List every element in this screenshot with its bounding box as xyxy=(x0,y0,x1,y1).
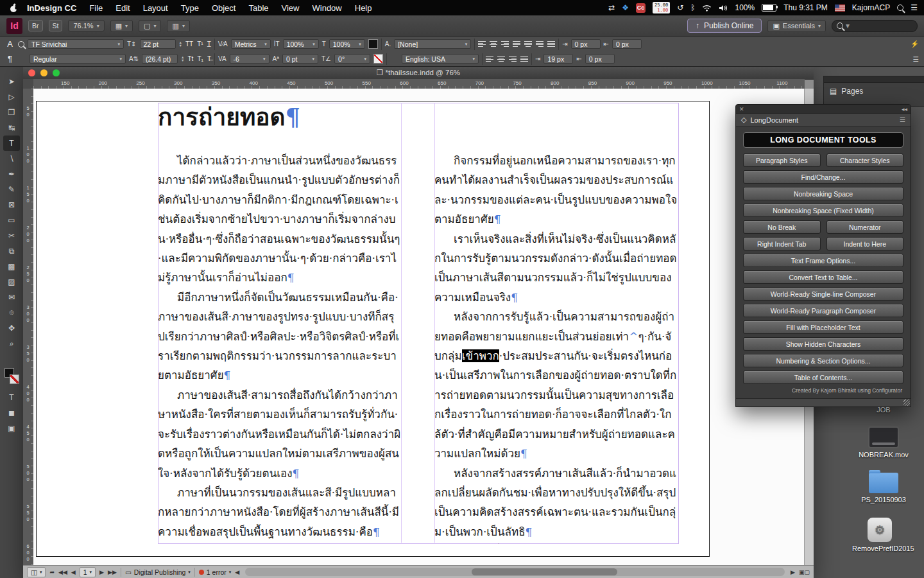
menubar-clock[interactable]: Thu 9:31 PM xyxy=(783,3,828,12)
page-number-field[interactable]: 1▾ xyxy=(80,567,96,577)
vertical-scale-field[interactable]: 100%▾ xyxy=(283,39,319,49)
no-break-button[interactable]: No Break xyxy=(743,220,821,234)
menu-edit[interactable]: Edit xyxy=(109,3,136,13)
case-button-t[interactable]: T₁ xyxy=(197,55,203,62)
menu-view[interactable]: View xyxy=(275,3,306,13)
indent-to-here-button[interactable]: Indent to Here xyxy=(826,237,904,250)
apple-menu[interactable] xyxy=(6,3,21,13)
menu-window[interactable]: Window xyxy=(306,3,348,13)
language-select[interactable]: English: USA▾ xyxy=(402,54,479,64)
next-page-button[interactable]: ▶ xyxy=(99,569,104,575)
menu-type[interactable]: Type xyxy=(175,3,205,13)
case-button-tt[interactable]: TT xyxy=(185,40,193,48)
panel-close-icon[interactable]: ✕ xyxy=(739,106,744,112)
menu-layout[interactable]: Layout xyxy=(137,3,175,13)
panel-collapse-icon[interactable]: ◂◂ xyxy=(902,106,907,112)
font-size-field[interactable]: 22 pt xyxy=(140,39,176,49)
indesign-logo[interactable]: Id xyxy=(6,18,22,34)
creative-cloud-icon[interactable]: Cc xyxy=(636,3,646,13)
font-size-stepper[interactable]: ▲▼ xyxy=(179,41,182,47)
numbering-section-options-button[interactable]: Numbering & Section Options... xyxy=(743,354,903,367)
align-justify-left-icon[interactable] xyxy=(513,41,520,47)
leading-stepper[interactable]: ▲▼ xyxy=(181,56,184,62)
right-indent-tab-button[interactable]: Right Indent Tab xyxy=(743,237,821,250)
gradient-feather-tool[interactable]: ▨ xyxy=(3,274,20,290)
page-tool[interactable]: ❐ xyxy=(3,105,20,120)
close-window-button[interactable] xyxy=(28,69,35,76)
publish-online-button[interactable]: ↑ Publish Online xyxy=(687,19,762,33)
battery-icon[interactable] xyxy=(762,4,776,12)
panel-flyout-menu-icon[interactable]: ☰ xyxy=(900,116,905,123)
align-right-icon[interactable] xyxy=(501,41,509,47)
input-language-flag-icon[interactable] xyxy=(835,4,845,12)
show-hidden-characters-button[interactable]: Show Hidden Characters xyxy=(743,337,903,351)
align-justify-center-icon[interactable] xyxy=(524,41,532,47)
free-transform-tool[interactable]: ⧉ xyxy=(3,243,20,259)
paragraph-formatting-mode-button[interactable]: ¶ xyxy=(5,54,15,64)
align-justify-right-icon[interactable] xyxy=(536,41,543,47)
font-family-select[interactable]: TF Srivichai▾ xyxy=(28,39,124,49)
ruler-horizontal[interactable]: 1502002503003504004505005506006507007508… xyxy=(33,79,805,89)
export-status-icon[interactable]: ➦ xyxy=(49,569,55,575)
screen-mode-select[interactable]: ▢▾ xyxy=(139,20,161,32)
zoom-select[interactable]: 76.1%▾ xyxy=(68,20,104,31)
split-window-button[interactable]: ▣▢ xyxy=(799,569,810,575)
nonbreaking-space-button[interactable]: Nonbreaking Space xyxy=(743,187,903,200)
line-tool[interactable]: ∖ xyxy=(3,151,20,166)
ruler-origin-box[interactable] xyxy=(23,79,34,89)
user-menu[interactable]: KajornACP xyxy=(852,3,890,12)
paragraph[interactable]: การถ่ายทอด·เป็นภาษาเส้นสีตามนวกรรม·ไม่ใช… xyxy=(158,541,401,544)
table-of-contents-button[interactable]: Table of Contents... xyxy=(743,371,903,384)
align-left-icon[interactable] xyxy=(486,56,493,62)
character-styles-button[interactable]: Character Styles xyxy=(826,153,904,167)
panel-header-bar[interactable]: ✕ ◂◂ xyxy=(736,105,911,114)
find-change-button[interactable]: Find/Change... xyxy=(743,170,903,184)
text-column-1[interactable]: ได้กล่าวแล้วว่า·ภาษาเป็นส่วนหนึ่งของวัฒน… xyxy=(158,151,401,544)
search-input[interactable]: ▾ xyxy=(832,20,918,32)
paragraph[interactable]: มีอีกภาษาหนึ่งก็จัดเป็นวัฒนธรรมเหมือนกัน… xyxy=(158,288,401,385)
case-button-t[interactable]: T̲ xyxy=(207,40,211,48)
rectangle-tool[interactable]: ▭ xyxy=(3,213,20,228)
arrange-documents-select[interactable]: ▥▾ xyxy=(167,20,189,32)
paragraph[interactable]: นวกรรมที่แสดงให้เห็นด้วยภาษาเส้นสี·ให้เส… xyxy=(434,541,678,544)
dropbox-icon[interactable]: ❖ xyxy=(622,3,629,12)
indent-first-line-field[interactable]: 19 px xyxy=(543,54,573,64)
paragraph[interactable]: ได้กล่าวแล้วว่า·ภาษาเป็นส่วนหนึ่งของวัฒน… xyxy=(158,151,401,288)
fill-with-placeholder-text-button[interactable]: Fill with Placeholder Text xyxy=(743,320,903,334)
scroll-left-button[interactable]: ◀ xyxy=(235,569,239,575)
first-page-button[interactable]: ◀◀ xyxy=(58,569,67,575)
teleport-icon[interactable]: ⇄ xyxy=(608,3,615,12)
character-style-select[interactable]: [None]▾ xyxy=(394,39,471,49)
stroke-swatch[interactable] xyxy=(10,374,19,384)
pencil-tool[interactable]: ✎ xyxy=(3,182,20,197)
preflight-status[interactable]: 1 error ▾ xyxy=(199,568,231,576)
menu-indesign-cc[interactable]: InDesign CC xyxy=(21,3,83,13)
quick-apply-icon[interactable]: ⚡ xyxy=(911,40,919,48)
note-tool[interactable]: ✉ xyxy=(3,290,20,305)
wifi-icon[interactable] xyxy=(702,4,712,12)
leading-field[interactable]: (26.4 pt) xyxy=(142,54,178,64)
network-monitor[interactable]: 25.00 1.00 xyxy=(653,2,670,13)
menu-table[interactable]: Table xyxy=(242,3,275,13)
align-justify-all-icon[interactable] xyxy=(520,56,528,62)
paragraph[interactable]: ภาษาที่เป็นนวกรรมของเส้นและสี·มีรูปแบบหล… xyxy=(158,483,401,541)
font-style-select[interactable]: Regular▾ xyxy=(30,54,126,64)
prev-page-button[interactable]: ◀ xyxy=(71,569,76,575)
skew-field[interactable]: 0°▾ xyxy=(334,54,370,64)
horizontal-scrollbar[interactable] xyxy=(245,568,785,576)
paragraph[interactable]: หลังจากการรับรู้แล้ว·เป็นความสามารถของผู… xyxy=(434,307,678,463)
align-right-icon[interactable] xyxy=(509,56,517,62)
view-options-select[interactable]: ▦▾ xyxy=(110,20,133,32)
case-button-t[interactable]: T¹ xyxy=(197,40,203,48)
align-left-icon[interactable] xyxy=(478,41,486,47)
desktop-icon-nobreak-mov[interactable]: NOBREAK.mov xyxy=(856,426,911,459)
convert-text-to-table-button[interactable]: Convert Text to Table... xyxy=(743,270,903,284)
case-button-tt[interactable]: Tt xyxy=(188,55,194,62)
spotlight-icon[interactable] xyxy=(897,4,903,11)
document-titlebar[interactable]: ❒ *thaiIssue.indd @ 76% xyxy=(23,66,814,80)
indent-last-line-field[interactable]: 0 px xyxy=(585,54,615,64)
notification-center-icon[interactable]: ☰ xyxy=(911,3,918,12)
align-justify-all-icon[interactable] xyxy=(547,41,555,47)
hand-tool[interactable]: ✥ xyxy=(3,320,20,336)
selected-text[interactable]: เข้าพวก xyxy=(462,349,499,362)
